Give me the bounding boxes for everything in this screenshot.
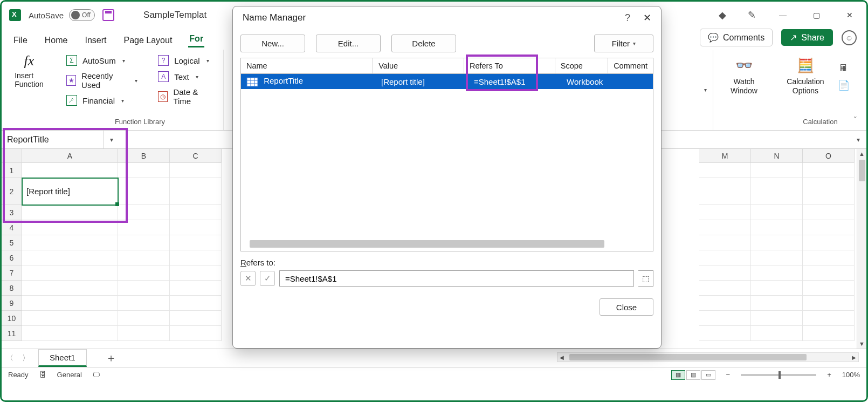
logical-button[interactable]: ?Logical▾ bbox=[158, 55, 213, 66]
scrollbar-thumb[interactable] bbox=[859, 160, 865, 181]
row-header[interactable]: 5 bbox=[2, 235, 22, 250]
nm-delete-button[interactable]: Delete bbox=[391, 35, 456, 52]
zoom-slider[interactable] bbox=[741, 374, 816, 376]
cell[interactable] bbox=[22, 296, 118, 311]
cell[interactable] bbox=[118, 235, 170, 250]
nm-hdr-value[interactable]: Value bbox=[373, 58, 464, 73]
cell[interactable] bbox=[170, 250, 222, 265]
recently-used-button[interactable]: ★Recently Used▾ bbox=[66, 71, 137, 90]
restore-button[interactable]: ▢ bbox=[807, 8, 825, 22]
cell[interactable] bbox=[803, 281, 855, 296]
comments-button[interactable]: 💬 Comments bbox=[700, 29, 773, 46]
tab-home[interactable]: Home bbox=[44, 33, 69, 47]
help-icon[interactable]: ? bbox=[625, 12, 630, 24]
cell[interactable] bbox=[751, 178, 803, 205]
cell[interactable] bbox=[803, 178, 855, 205]
cell[interactable] bbox=[803, 265, 855, 281]
sheet-tab-sheet1[interactable]: Sheet1 bbox=[38, 349, 87, 367]
close-window-button[interactable]: ✕ bbox=[841, 8, 859, 22]
column-header[interactable]: M bbox=[699, 149, 751, 163]
cell[interactable] bbox=[118, 265, 170, 281]
cell[interactable] bbox=[699, 326, 751, 341]
calc-sheet-icon[interactable]: 📄 bbox=[838, 79, 850, 91]
view-page-layout[interactable]: ▤ bbox=[686, 370, 700, 380]
cell[interactable] bbox=[803, 235, 855, 250]
cell[interactable] bbox=[803, 250, 855, 265]
scroll-down-icon[interactable]: ▼ bbox=[859, 339, 865, 349]
view-normal[interactable]: ▦ bbox=[671, 370, 685, 380]
cell[interactable] bbox=[699, 220, 751, 235]
nm-new-button[interactable]: New... bbox=[240, 35, 305, 52]
column-header[interactable]: N bbox=[751, 149, 803, 163]
cell[interactable] bbox=[22, 265, 118, 281]
select-all-corner[interactable] bbox=[2, 149, 22, 163]
feedback-smiley-icon[interactable]: ☺ bbox=[842, 30, 857, 45]
accessibility-icon[interactable]: 🗄 bbox=[39, 371, 46, 379]
column-header[interactable]: B bbox=[118, 149, 170, 163]
minimize-button[interactable]: — bbox=[774, 8, 792, 22]
cell[interactable] bbox=[803, 220, 855, 235]
cell[interactable] bbox=[751, 265, 803, 281]
scroll-up-icon[interactable]: ▲ bbox=[859, 149, 865, 159]
cell[interactable] bbox=[170, 326, 222, 341]
cell[interactable]: [Report title] bbox=[22, 178, 118, 205]
cell[interactable] bbox=[751, 281, 803, 296]
sheet-nav-next[interactable]: 〉 bbox=[18, 349, 34, 367]
cell[interactable] bbox=[699, 311, 751, 326]
cell[interactable] bbox=[170, 281, 222, 296]
cell[interactable] bbox=[170, 265, 222, 281]
nm-refersto-cancel[interactable]: ✕ bbox=[240, 271, 256, 286]
cell[interactable] bbox=[699, 178, 751, 205]
nm-hdr-name[interactable]: Name bbox=[241, 58, 373, 73]
cell[interactable] bbox=[118, 163, 170, 178]
calc-options-button[interactable]: 🧮 Calculation Options bbox=[781, 53, 830, 96]
cell[interactable] bbox=[699, 235, 751, 250]
cell[interactable] bbox=[751, 220, 803, 235]
cell[interactable] bbox=[118, 296, 170, 311]
cell[interactable] bbox=[22, 220, 118, 235]
cell[interactable] bbox=[22, 163, 118, 178]
cell[interactable] bbox=[751, 326, 803, 341]
cell[interactable] bbox=[118, 250, 170, 265]
nm-edit-button[interactable]: Edit... bbox=[316, 35, 381, 52]
insert-function-button[interactable]: fx Insert Function bbox=[8, 53, 50, 88]
row-header[interactable]: 7 bbox=[2, 265, 22, 281]
cell[interactable] bbox=[170, 220, 222, 235]
row-header[interactable]: 11 bbox=[2, 326, 22, 341]
display-settings-icon[interactable]: 🖵 bbox=[93, 371, 100, 379]
cell[interactable] bbox=[803, 326, 855, 341]
cell[interactable] bbox=[699, 250, 751, 265]
formula-bar-expand[interactable]: ▾ bbox=[850, 131, 866, 148]
vertical-scrollbar[interactable]: ▲ ▼ bbox=[857, 149, 866, 349]
dialog-close-icon[interactable]: ✕ bbox=[643, 12, 651, 24]
cell[interactable] bbox=[803, 205, 855, 220]
cell[interactable] bbox=[170, 296, 222, 311]
cell[interactable] bbox=[699, 281, 751, 296]
nm-hdr-comment[interactable]: Comment bbox=[608, 58, 653, 73]
nm-list-row[interactable]: ReportTitle [Report title] =Sheet1!$A$1 … bbox=[241, 74, 653, 89]
sheet-nav-prev[interactable]: 〈 bbox=[2, 349, 18, 367]
add-sheet-button[interactable]: ＋ bbox=[103, 349, 119, 367]
range-picker-icon[interactable]: ⬚ bbox=[638, 270, 653, 287]
watch-window-button[interactable]: 👓 Watch Window bbox=[720, 53, 768, 96]
date-time-button[interactable]: ◷Date & Time bbox=[158, 87, 213, 106]
cell[interactable] bbox=[699, 205, 751, 220]
name-box-dropdown[interactable]: ▾ bbox=[104, 131, 119, 148]
nm-hdr-refers[interactable]: Refers To bbox=[464, 58, 555, 73]
cell[interactable] bbox=[22, 311, 118, 326]
cell[interactable] bbox=[751, 205, 803, 220]
row-header[interactable]: 8 bbox=[2, 281, 22, 296]
row-header[interactable]: 3 bbox=[2, 205, 22, 220]
nm-list-hscroll[interactable] bbox=[250, 240, 604, 248]
column-header[interactable]: A bbox=[22, 149, 118, 163]
cell[interactable] bbox=[22, 205, 118, 220]
nm-hdr-scope[interactable]: Scope bbox=[555, 58, 608, 73]
cell[interactable] bbox=[170, 235, 222, 250]
name-box[interactable]: ReportTitle bbox=[2, 131, 104, 148]
autosum-button[interactable]: ΣAutoSum▾ bbox=[66, 55, 137, 66]
row-header[interactable]: 2 bbox=[2, 178, 22, 205]
cell[interactable] bbox=[22, 326, 118, 341]
tab-file[interactable]: File bbox=[12, 33, 29, 47]
cell[interactable] bbox=[22, 235, 118, 250]
tab-page-layout[interactable]: Page Layout bbox=[122, 33, 173, 47]
